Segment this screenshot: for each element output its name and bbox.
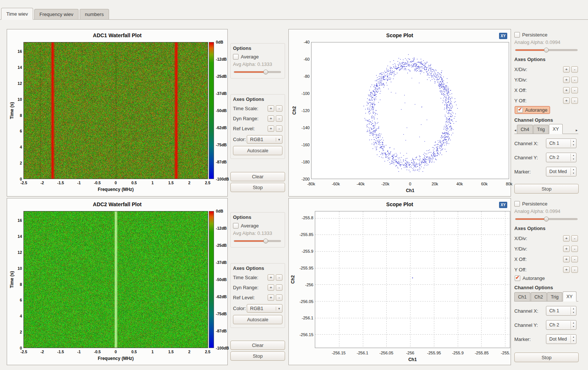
waterfall-plot-canvas[interactable]	[23, 211, 208, 348]
channel-tab-trig[interactable]: Trig	[533, 125, 549, 134]
scope-plot-canvas[interactable]	[311, 42, 509, 179]
channel-tab-ch1[interactable]: Ch1	[514, 292, 530, 301]
time-scale-decrease-button[interactable]: -	[276, 274, 282, 281]
x-off-increase-button[interactable]: +	[563, 256, 570, 262]
slider-handle[interactable]	[263, 239, 268, 243]
x-div-increase-button[interactable]: +	[563, 66, 570, 73]
ref-level-increase-button[interactable]: +	[268, 125, 274, 132]
channel-y-spinbox[interactable]: Ch 2 ▴▾	[546, 320, 576, 330]
average-checkbox[interactable]	[233, 223, 239, 229]
y-div-decrease-button[interactable]: -	[571, 246, 578, 252]
stop-button[interactable]: Stop	[514, 184, 579, 194]
scope-plot-area[interactable]	[311, 42, 509, 179]
autorange-row[interactable]: Autorange	[514, 275, 545, 281]
ref-level-decrease-button[interactable]: -	[276, 294, 282, 301]
scope-plot-canvas[interactable]	[315, 211, 510, 348]
channel-tab-ch2[interactable]: Ch2	[531, 292, 547, 301]
color-dropdown[interactable]: RGB1 ▾	[247, 304, 282, 313]
ref-level-increase-button[interactable]: +	[268, 294, 274, 301]
tabs-scroll-left-icon[interactable]: ◂	[514, 128, 517, 134]
dyn-range-increase-button[interactable]: +	[268, 115, 274, 122]
channel-tab-xy[interactable]: XY	[549, 124, 563, 134]
options-header: Options	[233, 214, 282, 220]
y-off-increase-button[interactable]: +	[563, 98, 570, 104]
autorange-checkbox[interactable]	[515, 275, 520, 281]
analog-alpha-slider[interactable]	[515, 216, 578, 222]
channel-tab-trig[interactable]: Trig	[547, 292, 562, 301]
slider-track[interactable]	[234, 240, 281, 242]
average-row[interactable]: Average	[233, 222, 282, 229]
clear-button[interactable]: Clear	[230, 172, 285, 181]
channel-x-spinbox[interactable]: Ch 1 ▴▾	[546, 306, 576, 316]
x-off-decrease-button[interactable]: -	[571, 256, 578, 262]
persistence-row[interactable]: Persistence	[514, 200, 581, 207]
stop-button[interactable]: Stop	[514, 353, 579, 362]
tick-label: -80	[304, 74, 310, 79]
autorange-row[interactable]: Autorange	[515, 106, 550, 114]
analog-alpha-slider[interactable]	[515, 47, 578, 53]
slider-handle[interactable]	[544, 217, 549, 221]
autoscale-button[interactable]: Autoscale	[233, 315, 282, 324]
average-row[interactable]: Average	[233, 53, 282, 60]
colorbar	[209, 42, 214, 179]
avg-alpha-slider[interactable]	[234, 69, 281, 75]
stop-button[interactable]: Stop	[230, 351, 285, 361]
channel-tab-ch4[interactable]: Ch4	[517, 125, 533, 134]
color-dropdown[interactable]: RGB1 ▾	[247, 135, 282, 144]
dyn-range-decrease-button[interactable]: -	[276, 115, 282, 122]
marker-spinbox[interactable]: Dot Med ▴▾	[546, 167, 576, 176]
ref-level-decrease-button[interactable]: -	[276, 125, 282, 132]
tab-time-view[interactable]: Time wiev	[1, 8, 33, 20]
x-div-decrease-button[interactable]: -	[571, 66, 578, 73]
spin-arrows-icon[interactable]: ▴▾	[571, 307, 576, 314]
slider-handle[interactable]	[263, 70, 268, 74]
channel-x-spinbox[interactable]: Ch 1 ▴▾	[546, 138, 576, 148]
persistence-row[interactable]: Persistence	[514, 31, 581, 38]
x-off-decrease-button[interactable]: -	[571, 87, 578, 93]
spin-arrows-icon[interactable]: ▴▾	[571, 168, 576, 175]
persistence-checkbox[interactable]	[514, 32, 520, 38]
tabs-scroll-right-icon[interactable]: ▸	[576, 128, 578, 134]
dyn-range-increase-button[interactable]: +	[268, 284, 274, 291]
spacer	[230, 328, 285, 339]
channel-tab-xy[interactable]: XY	[563, 291, 576, 302]
avg-alpha-slider[interactable]	[234, 238, 281, 244]
slider-track[interactable]	[234, 71, 281, 73]
scope-plot-area[interactable]	[315, 211, 510, 348]
x-div-decrease-button[interactable]: -	[571, 235, 578, 242]
clear-button[interactable]: Clear	[230, 341, 285, 350]
tick-label: -255.	[501, 351, 510, 355]
y-off-increase-button[interactable]: +	[563, 267, 570, 273]
x-div-increase-button[interactable]: +	[563, 235, 570, 242]
slider-handle[interactable]	[544, 48, 549, 52]
color-label: Color:	[233, 137, 247, 142]
stop-button[interactable]: Stop	[230, 183, 285, 192]
time-scale-increase-button[interactable]: +	[268, 105, 274, 112]
x-off-increase-button[interactable]: +	[563, 87, 570, 93]
tick-label: -1	[77, 181, 81, 185]
time-scale-increase-button[interactable]: +	[268, 274, 274, 281]
autorange-checkbox[interactable]	[517, 107, 523, 113]
average-checkbox[interactable]	[233, 54, 239, 60]
autoscale-button[interactable]: Autoscale	[233, 146, 282, 155]
y-div-increase-button[interactable]: +	[563, 246, 570, 252]
spin-arrows-icon[interactable]: ▴▾	[571, 335, 576, 342]
tick-label: 2	[188, 350, 191, 354]
spin-arrows-icon[interactable]: ▴▾	[571, 154, 576, 161]
spin-arrows-icon[interactable]: ▴▾	[571, 140, 576, 147]
waterfall-plot-canvas[interactable]	[23, 42, 208, 179]
persistence-checkbox[interactable]	[514, 201, 520, 207]
tab-frequency-view[interactable]: Frequency wiev	[34, 9, 79, 19]
time-scale-decrease-button[interactable]: -	[276, 105, 282, 112]
dyn-range-decrease-button[interactable]: -	[276, 284, 282, 291]
color-dropdown-value: RGB1	[247, 306, 276, 311]
y-div-decrease-button[interactable]: -	[571, 77, 578, 83]
spin-arrows-icon[interactable]: ▴▾	[571, 321, 576, 328]
y-off-decrease-button[interactable]: -	[571, 98, 578, 104]
tab-numbers[interactable]: numbers	[80, 9, 109, 19]
y-off-decrease-button[interactable]: -	[571, 267, 578, 273]
channel-y-spinbox[interactable]: Ch 2 ▴▾	[546, 153, 576, 162]
marker-spinbox[interactable]: Dot Med ▴▾	[546, 334, 576, 344]
y-div-increase-button[interactable]: +	[563, 77, 570, 83]
plot-title: ADC2 Waterfall Plot	[7, 201, 227, 207]
